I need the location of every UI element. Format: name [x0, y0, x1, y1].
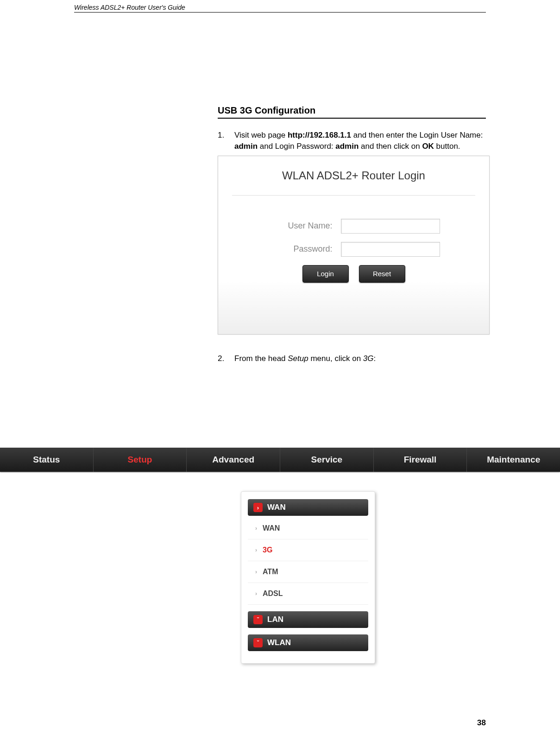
side-menu: › WAN › WAN › 3G › ATM › ADSL ˇ LAN ˇ WL…: [241, 491, 375, 664]
username-label: User Name:: [268, 221, 341, 231]
nav-setup[interactable]: Setup: [94, 448, 187, 472]
menu-wlan-header[interactable]: ˇ WLAN: [248, 634, 368, 651]
nav-firewall[interactable]: Firewall: [374, 448, 467, 472]
reset-button[interactable]: Reset: [359, 265, 405, 283]
menu-wlan-label: WLAN: [267, 638, 291, 647]
text: button.: [434, 142, 460, 151]
nav-service[interactable]: Service: [280, 448, 374, 472]
chevron-right-icon: ›: [253, 503, 263, 512]
3g-italic: 3G: [363, 354, 374, 363]
password-label: Password:: [268, 244, 341, 254]
label: ATM: [263, 568, 278, 576]
step-2-number: 2.: [218, 353, 234, 364]
step-1-number: 1.: [218, 130, 234, 152]
login-pass: admin: [335, 142, 359, 151]
step-1-text: Visit web page http://192.168.1.1 and th…: [234, 130, 486, 152]
menu-wan-label: WAN: [267, 503, 286, 512]
text: Visit web page: [234, 131, 288, 139]
doc-header: Wireless ADSL2+ Router User's Guide: [74, 4, 486, 13]
menu-item-adsl[interactable]: › ADSL: [248, 583, 368, 605]
nav-advanced[interactable]: Advanced: [187, 448, 280, 472]
ok-text: OK: [422, 142, 434, 151]
menu-item-atm[interactable]: › ATM: [248, 561, 368, 583]
step-2: 2. From the head Setup menu, click on 3G…: [218, 353, 486, 364]
chevron-right-icon: ›: [255, 547, 257, 553]
login-button[interactable]: Login: [302, 265, 349, 283]
password-input[interactable]: [341, 242, 440, 257]
menu-item-3g[interactable]: › 3G: [248, 539, 368, 561]
text: :: [374, 354, 376, 363]
text: menu, click on: [308, 354, 363, 363]
text: and Login Password:: [258, 142, 335, 151]
setup-italic: Setup: [288, 354, 308, 363]
url: http://192.168.1.1: [288, 131, 351, 139]
login-user: admin: [234, 142, 258, 151]
login-title: WLAN ADSL2+ Router Login: [218, 169, 489, 182]
top-nav: Status Setup Advanced Service Firewall M…: [0, 448, 560, 472]
username-input[interactable]: [341, 219, 440, 234]
menu-wan-header[interactable]: › WAN: [248, 499, 368, 516]
step-2-text: From the head Setup menu, click on 3G:: [234, 353, 376, 364]
menu-item-wan[interactable]: › WAN: [248, 518, 368, 539]
section-title: USB 3G Configuration: [218, 105, 486, 119]
nav-maintenance[interactable]: Maintenance: [467, 448, 560, 472]
page-number: 38: [477, 718, 486, 728]
chevron-right-icon: ›: [255, 590, 257, 597]
step-1: 1. Visit web page http://192.168.1.1 and…: [218, 130, 486, 152]
nav-status[interactable]: Status: [0, 448, 94, 472]
text: and then enter the Login User Name:: [351, 131, 483, 139]
chevron-right-icon: ›: [255, 569, 257, 575]
label: 3G: [263, 546, 272, 554]
chevron-down-icon: ˇ: [253, 638, 263, 647]
chevron-right-icon: ›: [255, 525, 257, 532]
label: WAN: [263, 524, 280, 532]
menu-lan-header[interactable]: ˇ LAN: [248, 611, 368, 628]
text: and then click on: [359, 142, 422, 151]
divider: [232, 195, 475, 196]
chevron-down-icon: ˇ: [253, 615, 263, 624]
login-panel: WLAN ADSL2+ Router Login User Name: Pass…: [218, 156, 490, 335]
menu-lan-label: LAN: [267, 615, 283, 624]
label: ADSL: [263, 589, 283, 598]
text: From the head: [234, 354, 288, 363]
